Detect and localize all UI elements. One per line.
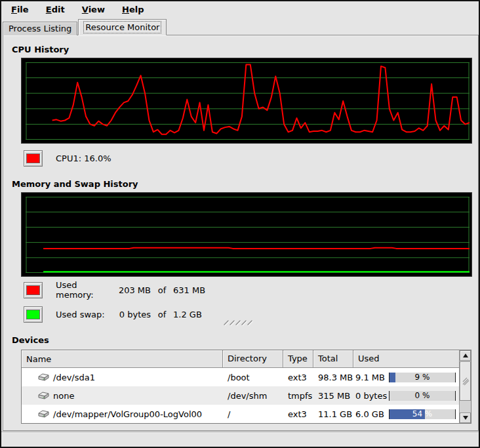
device-row-volgroup[interactable]: /dev/mapper/VolGroup00-LogVol00 / ext3 1…: [22, 405, 459, 423]
disk-icon: [37, 391, 50, 400]
device-usage-percent: 9 %: [390, 373, 455, 382]
device-directory: /boot: [223, 373, 283, 382]
used-memory-color-swatch: [26, 285, 40, 295]
cpu1-color-swatch: [26, 153, 40, 163]
used-memory-label: Used memory:: [56, 280, 115, 300]
devices-title: Devices: [12, 335, 49, 345]
device-type: ext3: [283, 373, 313, 382]
devices-table-main: Name Directory Type Total Used /: [22, 350, 459, 423]
used-memory-total: 631 MB: [173, 285, 205, 295]
menu-view[interactable]: View: [75, 1, 112, 18]
device-directory: /dev/shm: [223, 391, 283, 401]
status-bar: [1, 432, 479, 447]
device-usage-bar: 9 %: [389, 373, 456, 382]
used-swap-color-swatch: [26, 310, 40, 319]
resource-monitor-page: CPU History CPU1: 16.0% Memory and Swap …: [3, 35, 479, 431]
used-memory-of: of: [151, 285, 173, 295]
used-memory-value: 203 MB: [115, 285, 151, 295]
column-header-type[interactable]: Type: [283, 350, 313, 368]
scroll-down-button[interactable]: [460, 413, 471, 423]
tab-process-listing-label: Process Listing: [9, 24, 71, 33]
device-total: 315 MB: [313, 391, 353, 401]
used-swap-color-button[interactable]: [24, 306, 43, 323]
scroll-up-button[interactable]: [460, 350, 471, 361]
used-memory-color-button[interactable]: [24, 282, 43, 298]
device-used: 9.1 MB: [355, 373, 385, 382]
device-type: ext3: [283, 409, 313, 419]
memory-history-graph: [21, 192, 472, 277]
devices-table-header: Name Directory Type Total Used: [22, 350, 459, 368]
devices-scrollbar[interactable]: [459, 350, 471, 423]
pane-resize-grip[interactable]: [222, 319, 254, 327]
system-monitor-window: File Edit View Help Process ListingResou…: [0, 0, 480, 448]
used-swap-value: 0 bytes: [115, 310, 151, 319]
device-usage-percent: 0 %: [390, 391, 455, 401]
memory-history-title: Memory and Swap History: [12, 179, 138, 189]
menu-help[interactable]: Help: [115, 1, 151, 18]
disk-icon: [37, 409, 50, 418]
tab-process-listing[interactable]: Process Listing: [3, 22, 77, 35]
cpu1-color-button[interactable]: [24, 150, 43, 167]
cpu-history-title: CPU History: [12, 45, 69, 54]
device-used: 0 bytes: [355, 391, 387, 401]
device-name: /dev/mapper/VolGroup00-LogVol00: [53, 409, 202, 419]
device-total: 98.3 MB: [313, 373, 353, 382]
disk-icon: [37, 373, 50, 382]
device-name: none: [53, 391, 74, 401]
used-swap-label: Used swap:: [56, 310, 115, 319]
menu-bar: File Edit View Help: [1, 1, 479, 18]
memory-history-plot: [26, 197, 470, 273]
used-swap-total: 1.2 GB: [173, 310, 202, 319]
scrollbar-thumb[interactable]: [460, 361, 471, 401]
column-header-total[interactable]: Total: [313, 350, 353, 368]
tab-resource-monitor-label: Resource Monitor: [84, 22, 161, 33]
device-row-none[interactable]: none /dev/shm tmpfs 315 MB 0 bytes 0 %: [22, 386, 459, 405]
menu-edit[interactable]: Edit: [39, 1, 72, 18]
column-header-directory[interactable]: Directory: [223, 350, 283, 368]
arrow-up-icon: [463, 354, 468, 357]
device-usage-bar: 54 %: [389, 409, 456, 419]
column-header-used[interactable]: Used: [353, 350, 459, 368]
cpu-history-plot: [26, 62, 470, 140]
devices-table: Name Directory Type Total Used /: [21, 350, 471, 424]
cpu1-legend-label: CPU1: 16.0%: [56, 153, 111, 163]
device-directory: /: [223, 409, 283, 419]
device-used: 6.0 GB: [355, 409, 384, 419]
device-usage-percent: 54 %: [390, 409, 455, 419]
used-memory-legend: Used memory: 203 MB of 631 MB: [24, 281, 205, 298]
cpu-history-graph: [21, 58, 472, 144]
used-swap-legend: Used swap: 0 bytes of 1.2 GB: [24, 306, 202, 323]
column-header-name[interactable]: Name: [22, 350, 223, 368]
menu-file[interactable]: File: [4, 1, 36, 18]
device-type: tmpfs: [283, 391, 313, 401]
notebook-tabstrip: Process ListingResource Monitor: [3, 19, 167, 35]
device-name: /dev/sda1: [53, 373, 95, 382]
device-usage-bar: 0 %: [389, 391, 456, 401]
used-swap-of: of: [151, 310, 173, 319]
device-row-sda1[interactable]: /dev/sda1 /boot ext3 98.3 MB 9.1 MB 9 %: [22, 368, 459, 386]
cpu-legend: CPU1: 16.0%: [24, 150, 111, 167]
device-total: 11.1 GB: [313, 409, 353, 419]
arrow-down-icon: [463, 416, 468, 420]
scrollbar-grip-icon: [462, 377, 470, 386]
tab-resource-monitor[interactable]: Resource Monitor: [78, 19, 167, 35]
